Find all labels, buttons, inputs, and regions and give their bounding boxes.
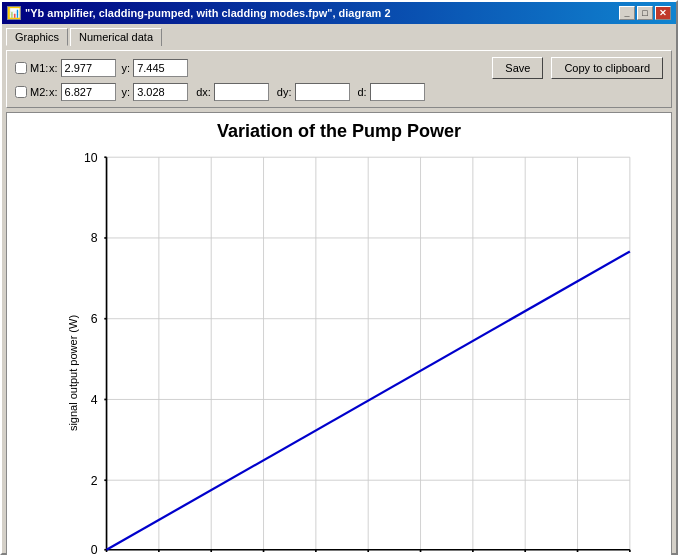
toolbar-row-2: M2: x: y: dx: dy: <box>15 83 663 101</box>
m1-x-group: x: <box>49 59 116 77</box>
m2-x-label: x: <box>49 86 58 98</box>
svg-text:0: 0 <box>91 543 98 555</box>
d-group: d: <box>358 83 425 101</box>
svg-text:6: 6 <box>91 312 98 326</box>
m1-checkbox[interactable] <box>15 62 27 74</box>
dx-label: dx: <box>196 86 211 98</box>
m1-label: M1: <box>30 62 48 74</box>
svg-text:8: 8 <box>91 231 98 245</box>
dx-input[interactable] <box>214 83 269 101</box>
svg-text:4: 4 <box>91 393 98 407</box>
dy-group: dy: <box>277 83 350 101</box>
window-icon: 📊 <box>7 6 21 20</box>
tab-numerical-data[interactable]: Numerical data <box>70 28 162 46</box>
window-content: Graphics Numerical data M1: x: y: <box>2 24 676 555</box>
m2-checkbox[interactable] <box>15 86 27 98</box>
m2-label: M2: <box>30 86 48 98</box>
toolbar-row-1: M1: x: y: Save Copy to clipboard <box>15 57 663 79</box>
m2-y-input[interactable] <box>133 83 188 101</box>
chart-container: Variation of the Pump Power signal outpu… <box>6 112 672 555</box>
m1-x-label: x: <box>49 62 58 74</box>
m1-y-group: y: <box>122 59 189 77</box>
m2-y-label: y: <box>122 86 131 98</box>
m1-x-input[interactable] <box>61 59 116 77</box>
tab-graphics[interactable]: Graphics <box>6 28 68 46</box>
marker-m2-row: M2: x: y: <box>15 83 188 101</box>
d-label: d: <box>358 86 367 98</box>
m2-x-group: x: <box>49 83 116 101</box>
toolbar: M1: x: y: Save Copy to clipboard <box>6 50 672 108</box>
window-title: "Yb amplifier, cladding-pumped, with cla… <box>25 7 391 19</box>
chart-title: Variation of the Pump Power <box>7 113 671 146</box>
svg-text:10: 10 <box>84 151 98 165</box>
dy-label: dy: <box>277 86 292 98</box>
copy-clipboard-button[interactable]: Copy to clipboard <box>551 57 663 79</box>
marker-m1-row: M1: x: y: <box>15 59 188 77</box>
maximize-button[interactable]: □ <box>637 6 653 20</box>
dy-input[interactable] <box>295 83 350 101</box>
m1-y-input[interactable] <box>133 59 188 77</box>
svg-text:2: 2 <box>91 474 98 488</box>
title-bar: 📊 "Yb amplifier, cladding-pumped, with c… <box>2 2 676 24</box>
m1-checkbox-label[interactable]: M1: <box>15 62 43 74</box>
dx-group: dx: <box>196 83 269 101</box>
main-window: 📊 "Yb amplifier, cladding-pumped, with c… <box>0 0 678 555</box>
title-controls: _ □ ✕ <box>619 6 671 20</box>
tab-bar: Graphics Numerical data <box>6 28 672 46</box>
y-axis-label: signal output power (W) <box>67 315 79 431</box>
m1-y-label: y: <box>122 62 131 74</box>
chart-area: signal output power (W) <box>7 146 671 555</box>
close-button[interactable]: ✕ <box>655 6 671 20</box>
m2-x-input[interactable] <box>61 83 116 101</box>
m2-y-group: y: <box>122 83 189 101</box>
save-button[interactable]: Save <box>492 57 543 79</box>
d-input[interactable] <box>370 83 425 101</box>
chart-svg: 10 8 6 4 2 0 <box>62 146 641 555</box>
m2-checkbox-label[interactable]: M2: <box>15 86 43 98</box>
minimize-button[interactable]: _ <box>619 6 635 20</box>
